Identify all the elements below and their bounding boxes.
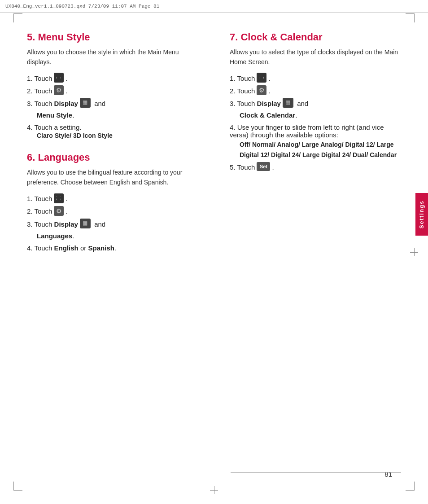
section6-title: 6. Languages bbox=[27, 152, 198, 163]
section5-step1: 1. Touch . bbox=[27, 73, 198, 83]
menu-icon-s7s1 bbox=[257, 73, 266, 83]
section7-step5: 5. Touch . bbox=[230, 162, 401, 171]
section7-step4: 4. Use your finger to slide from left to… bbox=[230, 123, 401, 160]
corner-mark-tl bbox=[13, 13, 22, 22]
header-text: UX840_Eng_ver1.1_090723.qxd 7/23/09 11:0… bbox=[5, 4, 159, 9]
section5-step4: 4. Touch a setting. Claro Style/ 3D Icon… bbox=[27, 123, 198, 139]
gear-icon-s6s2 bbox=[54, 206, 64, 216]
section6-step2: 2. Touch . bbox=[27, 206, 198, 216]
section5-title: 5. Menu Style bbox=[27, 31, 198, 43]
section7-step2: 2. Touch . bbox=[230, 86, 401, 96]
clock-options-text: Off/ Normal/ Analog/ Large Analog/ Digit… bbox=[240, 140, 401, 160]
section7-title: 7. Clock & Calendar bbox=[230, 31, 401, 43]
page-number: 81 bbox=[384, 470, 392, 478]
page-divider bbox=[231, 472, 401, 473]
section7-desc: Allows you to select the type of clocks … bbox=[230, 48, 401, 67]
step-period: . bbox=[66, 75, 67, 82]
section7-step1: 1. Touch . bbox=[230, 73, 401, 83]
left-column: 5. Menu Style Allows you to choose the s… bbox=[27, 31, 207, 468]
section6-step3: 3. Touch Display and Languages. bbox=[27, 219, 198, 241]
menu-icon-s6s1 bbox=[54, 193, 64, 203]
menu-icon-s5s1 bbox=[54, 73, 64, 83]
section-6: 6. Languages Allows you to use the bilin… bbox=[27, 152, 198, 251]
section5-step3: 3. Touch Display and Menu Style. bbox=[27, 98, 198, 121]
settings-label: Settings bbox=[419, 200, 425, 228]
corner-mark-tr bbox=[406, 13, 415, 22]
header-bar: UX840_Eng_ver1.1_090723.qxd 7/23/09 11:0… bbox=[0, 0, 428, 13]
gear-icon-s7s2 bbox=[257, 85, 266, 95]
section6-desc: Allows you to use the bilingual feature … bbox=[27, 168, 198, 187]
section5-desc: Allows you to choose the style in which … bbox=[27, 48, 198, 67]
section-5: 5. Menu Style Allows you to choose the s… bbox=[27, 31, 198, 139]
step-period: . bbox=[66, 87, 67, 95]
step-num: 1. Touch bbox=[27, 75, 52, 82]
bottom-cross bbox=[210, 486, 218, 494]
display-icon-s6s3 bbox=[80, 219, 91, 228]
corner-mark-bl bbox=[13, 482, 22, 491]
gear-icon-s5s2 bbox=[54, 85, 64, 95]
display-icon-s7s3 bbox=[283, 98, 293, 108]
settings-tab: Settings bbox=[415, 193, 428, 236]
main-content: 5. Menu Style Allows you to choose the s… bbox=[27, 31, 401, 468]
section6-step4: 4. Touch English or Spanish. bbox=[27, 244, 198, 252]
claro-style-text: Claro Style/ 3D Icon Style bbox=[37, 132, 198, 139]
display-icon-s5s3 bbox=[80, 98, 91, 108]
right-cross bbox=[410, 248, 418, 256]
step-num: 2. Touch bbox=[27, 87, 52, 95]
corner-mark-br bbox=[406, 482, 415, 491]
section-7: 7. Clock & Calendar Allows you to select… bbox=[230, 31, 401, 171]
section7-step3: 3. Touch Display and Clock & Calendar. bbox=[230, 98, 401, 121]
section5-step2: 2. Touch . bbox=[27, 86, 198, 96]
right-column: 7. Clock & Calendar Allows you to select… bbox=[225, 31, 401, 468]
set-button-icon bbox=[257, 162, 270, 171]
section6-step1: 1. Touch . bbox=[27, 194, 198, 204]
